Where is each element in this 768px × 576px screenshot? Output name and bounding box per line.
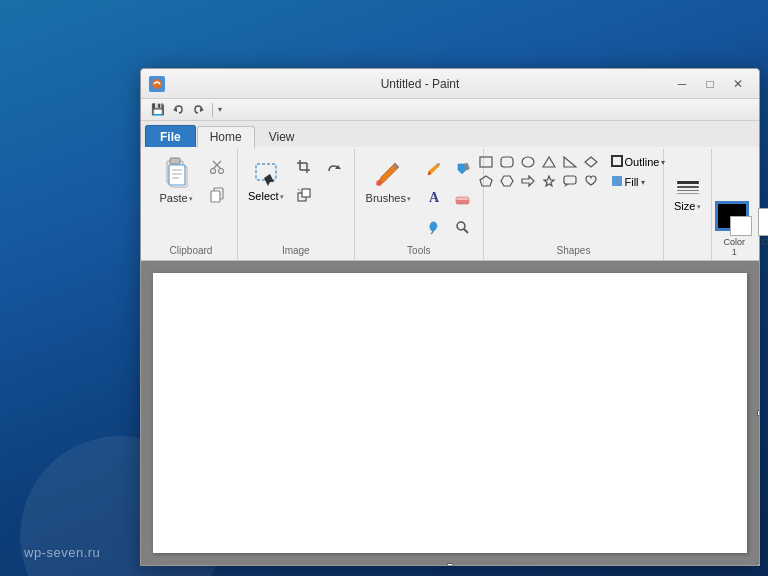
- outline-button[interactable]: Outline ▾: [606, 153, 671, 171]
- svg-line-32: [431, 232, 433, 234]
- redo-quick-button[interactable]: [189, 101, 207, 119]
- tab-file[interactable]: File: [145, 125, 196, 147]
- brushes-label: Brushes: [366, 192, 406, 204]
- color2-container: Color2: [758, 208, 768, 258]
- clipboard-content: Paste ▾: [151, 151, 231, 243]
- crop-button[interactable]: [290, 153, 318, 181]
- brushes-button[interactable]: Brushes ▾: [361, 153, 416, 209]
- text-tool-button[interactable]: A: [420, 184, 448, 212]
- svg-marker-41: [480, 176, 492, 186]
- fill-tool-button[interactable]: [449, 155, 477, 183]
- tools-content: Brushes ▾: [361, 151, 477, 243]
- shape-pentagon[interactable]: [477, 172, 495, 190]
- resize-button[interactable]: [290, 182, 318, 210]
- quick-access-dropdown[interactable]: ▾: [218, 105, 222, 114]
- shape-right-triangle[interactable]: [561, 153, 579, 171]
- shapes-palette: [477, 153, 602, 190]
- maximize-button[interactable]: □: [697, 74, 723, 94]
- svg-marker-17: [264, 174, 274, 186]
- colors-group: Color1 Color2: [712, 149, 768, 260]
- paste-label: Paste: [159, 192, 187, 204]
- fill-label: Fill: [625, 176, 639, 188]
- svg-marker-43: [522, 176, 534, 186]
- size-dropdown-button[interactable]: Size ▾: [670, 177, 705, 217]
- undo-quick-button[interactable]: [169, 101, 187, 119]
- fill-button[interactable]: Fill ▾: [606, 173, 671, 191]
- svg-point-26: [376, 180, 382, 186]
- window-controls: ─ □ ✕: [669, 74, 751, 94]
- paste-dropdown-arrow[interactable]: ▾: [189, 195, 193, 202]
- ribbon-content: Paste ▾: [141, 147, 759, 260]
- tools-label: Tools: [407, 243, 430, 258]
- shapes-content: Outline ▾ Fill ▾: [477, 151, 671, 243]
- save-quick-button[interactable]: 💾: [149, 101, 167, 119]
- shape-ellipse[interactable]: [519, 153, 537, 171]
- magnifier-tool-button[interactable]: [449, 213, 477, 241]
- shape-star-4[interactable]: [540, 172, 558, 190]
- resize-handle-corner[interactable]: [757, 563, 759, 565]
- shape-hexagon[interactable]: [498, 172, 516, 190]
- pencil-tool-button[interactable]: [420, 155, 448, 183]
- svg-point-0: [152, 79, 162, 89]
- shape-callout[interactable]: [561, 172, 579, 190]
- shape-triangle[interactable]: [540, 153, 558, 171]
- shape-diamond[interactable]: [582, 153, 600, 171]
- minimize-button[interactable]: ─: [669, 74, 695, 94]
- color2-button[interactable]: [758, 208, 768, 236]
- brushes-dropdown-arrow[interactable]: ▾: [407, 195, 411, 202]
- resize-handle-bottom[interactable]: [447, 563, 453, 565]
- rotate-button[interactable]: [320, 157, 348, 185]
- svg-point-10: [211, 168, 216, 173]
- cut-button[interactable]: [203, 153, 231, 181]
- close-button[interactable]: ✕: [725, 74, 751, 94]
- svg-point-11: [219, 168, 224, 173]
- copy-button[interactable]: [203, 182, 231, 210]
- size-icon: [677, 181, 699, 195]
- svg-marker-40: [585, 157, 597, 167]
- shape-heart[interactable]: [582, 172, 600, 190]
- svg-rect-36: [501, 157, 513, 167]
- color-picker-tool-button[interactable]: [420, 213, 448, 241]
- shape-rounded-rect[interactable]: [498, 153, 516, 171]
- svg-rect-4: [170, 158, 180, 164]
- shapes-group: Outline ▾ Fill ▾: [484, 149, 664, 260]
- tools-group: Brushes ▾: [355, 149, 484, 260]
- svg-rect-6: [169, 165, 185, 185]
- size-content: Size ▾: [670, 151, 705, 242]
- brushes-icon: [372, 158, 404, 190]
- svg-marker-46: [564, 184, 569, 187]
- small-tools: A: [420, 155, 477, 241]
- fill-dropdown-arrow[interactable]: ▾: [641, 178, 645, 187]
- svg-rect-48: [612, 176, 622, 186]
- color1-button[interactable]: [716, 202, 752, 236]
- svg-rect-47: [612, 156, 622, 166]
- tab-view[interactable]: View: [256, 125, 308, 147]
- app-icon: [149, 76, 165, 92]
- shape-arrow[interactable]: [519, 172, 537, 190]
- svg-marker-44: [544, 176, 554, 186]
- eraser-tool-button[interactable]: [449, 184, 477, 212]
- select-dropdown-arrow[interactable]: ▾: [280, 193, 284, 200]
- size-dropdown-arrow[interactable]: ▾: [697, 203, 701, 210]
- svg-line-24: [298, 189, 302, 193]
- resize-handle-right[interactable]: [757, 410, 759, 416]
- svg-rect-15: [211, 191, 220, 202]
- paste-icon: [158, 156, 194, 192]
- svg-marker-38: [543, 157, 555, 167]
- canvas[interactable]: [153, 273, 747, 553]
- outline-icon: [611, 155, 623, 169]
- canvas-area: [141, 261, 759, 565]
- paste-button[interactable]: Paste ▾: [151, 153, 201, 207]
- select-label: Select: [248, 190, 279, 202]
- image-group: Select ▾: [238, 149, 355, 260]
- title-bar: Untitled - Paint ─ □ ✕: [141, 69, 759, 99]
- select-button[interactable]: Select ▾: [244, 153, 288, 209]
- image-tools-column: [290, 153, 318, 209]
- clipboard-label: Clipboard: [170, 243, 213, 258]
- tab-home[interactable]: Home: [197, 126, 255, 148]
- ribbon: File Home View: [141, 121, 759, 261]
- fill-icon: [611, 175, 623, 189]
- color2-label: Color2: [762, 238, 768, 258]
- shape-rectangle[interactable]: [477, 153, 495, 171]
- svg-rect-45: [564, 176, 576, 184]
